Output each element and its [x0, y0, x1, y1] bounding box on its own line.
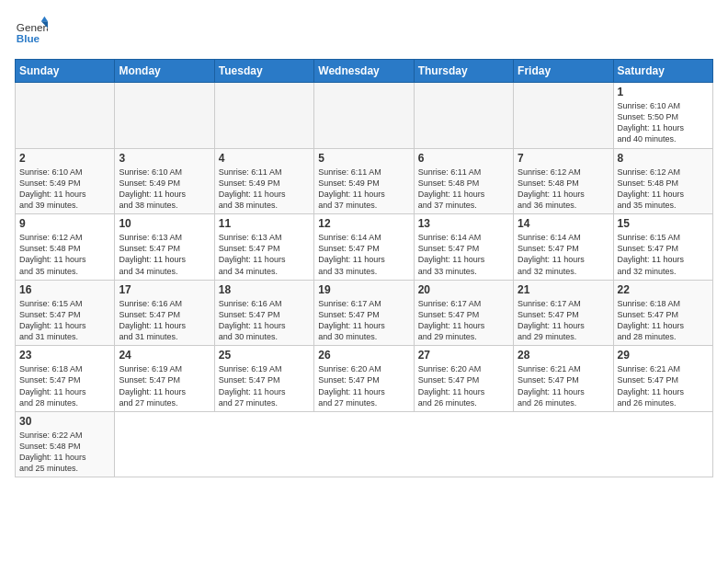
day-number: 15 — [618, 217, 709, 230]
day-number: 25 — [219, 349, 310, 362]
weekday-saturday: Saturday — [613, 60, 712, 83]
calendar-day: 2Sunrise: 6:10 AM Sunset: 5:49 PM Daylig… — [16, 148, 115, 214]
calendar-day: 11Sunrise: 6:13 AM Sunset: 5:47 PM Dayli… — [214, 214, 313, 281]
calendar-day: 10Sunrise: 6:13 AM Sunset: 5:47 PM Dayli… — [115, 214, 214, 281]
day-info: Sunrise: 6:11 AM Sunset: 5:49 PM Dayligh… — [318, 167, 409, 212]
calendar-day: 3Sunrise: 6:10 AM Sunset: 5:49 PM Daylig… — [115, 148, 214, 214]
calendar-day: 17Sunrise: 6:16 AM Sunset: 5:47 PM Dayli… — [115, 280, 214, 346]
calendar-day — [214, 83, 313, 149]
calendar-day: 20Sunrise: 6:17 AM Sunset: 5:47 PM Dayli… — [414, 280, 513, 346]
calendar-day: 21Sunrise: 6:17 AM Sunset: 5:47 PM Dayli… — [514, 280, 613, 346]
calendar-day: 26Sunrise: 6:20 AM Sunset: 5:47 PM Dayli… — [314, 346, 414, 412]
calendar-day — [314, 83, 414, 149]
calendar-day: 28Sunrise: 6:21 AM Sunset: 5:47 PM Dayli… — [514, 346, 613, 412]
calendar-day: 18Sunrise: 6:16 AM Sunset: 5:47 PM Dayli… — [214, 280, 313, 346]
calendar-day: 30Sunrise: 6:22 AM Sunset: 5:48 PM Dayli… — [16, 411, 115, 477]
day-info: Sunrise: 6:21 AM Sunset: 5:47 PM Dayligh… — [518, 363, 609, 408]
day-number: 3 — [119, 152, 210, 165]
day-info: Sunrise: 6:20 AM Sunset: 5:47 PM Dayligh… — [318, 363, 409, 408]
calendar-day: 29Sunrise: 6:21 AM Sunset: 5:47 PM Dayli… — [613, 346, 712, 412]
day-number: 11 — [219, 217, 310, 230]
day-info: Sunrise: 6:22 AM Sunset: 5:48 PM Dayligh… — [19, 430, 110, 475]
day-info: Sunrise: 6:10 AM Sunset: 5:49 PM Dayligh… — [19, 167, 110, 212]
weekday-header: SundayMondayTuesdayWednesdayThursdayFrid… — [16, 60, 713, 83]
calendar-day: 8Sunrise: 6:12 AM Sunset: 5:48 PM Daylig… — [613, 148, 712, 214]
weekday-wednesday: Wednesday — [314, 60, 414, 83]
day-info: Sunrise: 6:12 AM Sunset: 5:48 PM Dayligh… — [19, 232, 110, 277]
calendar-day: 15Sunrise: 6:15 AM Sunset: 5:47 PM Dayli… — [613, 214, 712, 281]
day-number: 12 — [318, 217, 409, 230]
day-info: Sunrise: 6:21 AM Sunset: 5:47 PM Dayligh… — [618, 363, 709, 408]
calendar-day: 27Sunrise: 6:20 AM Sunset: 5:47 PM Dayli… — [414, 346, 513, 412]
calendar-week-6: 30Sunrise: 6:22 AM Sunset: 5:48 PM Dayli… — [16, 411, 713, 477]
calendar-day: 9Sunrise: 6:12 AM Sunset: 5:48 PM Daylig… — [16, 214, 115, 281]
day-number: 5 — [318, 152, 409, 165]
weekday-friday: Friday — [514, 60, 613, 83]
calendar-week-5: 23Sunrise: 6:18 AM Sunset: 5:47 PM Dayli… — [16, 346, 713, 412]
calendar-week-1: 1Sunrise: 6:10 AM Sunset: 5:50 PM Daylig… — [16, 83, 713, 149]
weekday-sunday: Sunday — [16, 60, 115, 83]
calendar-day — [115, 83, 214, 149]
day-info: Sunrise: 6:13 AM Sunset: 5:47 PM Dayligh… — [119, 232, 210, 277]
calendar-day — [16, 83, 115, 149]
day-number: 17 — [119, 283, 210, 296]
day-info: Sunrise: 6:10 AM Sunset: 5:49 PM Dayligh… — [119, 167, 210, 212]
day-info: Sunrise: 6:19 AM Sunset: 5:47 PM Dayligh… — [219, 363, 310, 408]
day-number: 30 — [19, 415, 110, 428]
day-number: 23 — [19, 349, 110, 362]
day-info: Sunrise: 6:18 AM Sunset: 5:47 PM Dayligh… — [618, 298, 709, 343]
day-info: Sunrise: 6:10 AM Sunset: 5:50 PM Dayligh… — [618, 100, 709, 145]
day-info: Sunrise: 6:14 AM Sunset: 5:47 PM Dayligh… — [418, 232, 509, 277]
calendar-day: 22Sunrise: 6:18 AM Sunset: 5:47 PM Dayli… — [613, 280, 712, 346]
day-number: 7 — [518, 152, 609, 165]
day-info: Sunrise: 6:17 AM Sunset: 5:47 PM Dayligh… — [518, 298, 609, 343]
page-header: General Blue — [15, 15, 713, 48]
calendar-day: 6Sunrise: 6:11 AM Sunset: 5:48 PM Daylig… — [414, 148, 513, 214]
day-number: 8 — [618, 152, 709, 165]
day-number: 16 — [19, 283, 110, 296]
day-info: Sunrise: 6:17 AM Sunset: 5:47 PM Dayligh… — [418, 298, 509, 343]
calendar-week-4: 16Sunrise: 6:15 AM Sunset: 5:47 PM Dayli… — [16, 280, 713, 346]
day-number: 10 — [119, 217, 210, 230]
day-number: 13 — [418, 217, 509, 230]
calendar: SundayMondayTuesdayWednesdayThursdayFrid… — [15, 59, 713, 477]
weekday-monday: Monday — [115, 60, 214, 83]
calendar-day: 12Sunrise: 6:14 AM Sunset: 5:47 PM Dayli… — [314, 214, 414, 281]
calendar-week-2: 2Sunrise: 6:10 AM Sunset: 5:49 PM Daylig… — [16, 148, 713, 214]
logo: General Blue — [15, 15, 51, 48]
svg-text:Blue: Blue — [17, 32, 40, 44]
calendar-day: 25Sunrise: 6:19 AM Sunset: 5:47 PM Dayli… — [214, 346, 313, 412]
day-number: 22 — [618, 283, 709, 296]
day-number: 2 — [19, 152, 110, 165]
day-info: Sunrise: 6:16 AM Sunset: 5:47 PM Dayligh… — [119, 298, 210, 343]
logo-icon: General Blue — [15, 15, 48, 48]
calendar-day: 24Sunrise: 6:19 AM Sunset: 5:47 PM Dayli… — [115, 346, 214, 412]
day-number: 29 — [618, 349, 709, 362]
day-info: Sunrise: 6:14 AM Sunset: 5:47 PM Dayligh… — [318, 232, 409, 277]
day-number: 28 — [518, 349, 609, 362]
day-number: 19 — [318, 283, 409, 296]
weekday-thursday: Thursday — [414, 60, 513, 83]
calendar-week-3: 9Sunrise: 6:12 AM Sunset: 5:48 PM Daylig… — [16, 214, 713, 281]
day-info: Sunrise: 6:12 AM Sunset: 5:48 PM Dayligh… — [618, 167, 709, 212]
calendar-day: 5Sunrise: 6:11 AM Sunset: 5:49 PM Daylig… — [314, 148, 414, 214]
day-number: 26 — [318, 349, 409, 362]
calendar-day: 13Sunrise: 6:14 AM Sunset: 5:47 PM Dayli… — [414, 214, 513, 281]
day-number: 20 — [418, 283, 509, 296]
calendar-day — [414, 83, 513, 149]
svg-marker-2 — [41, 17, 48, 21]
day-number: 1 — [618, 86, 709, 98]
day-info: Sunrise: 6:19 AM Sunset: 5:47 PM Dayligh… — [119, 363, 210, 408]
day-number: 9 — [19, 217, 110, 230]
calendar-day: 19Sunrise: 6:17 AM Sunset: 5:47 PM Dayli… — [314, 280, 414, 346]
day-number: 18 — [219, 283, 310, 296]
day-info: Sunrise: 6:18 AM Sunset: 5:47 PM Dayligh… — [19, 363, 110, 408]
day-info: Sunrise: 6:11 AM Sunset: 5:48 PM Dayligh… — [418, 167, 509, 212]
day-info: Sunrise: 6:15 AM Sunset: 5:47 PM Dayligh… — [19, 298, 110, 343]
day-number: 27 — [418, 349, 509, 362]
day-number: 6 — [418, 152, 509, 165]
calendar-day: 1Sunrise: 6:10 AM Sunset: 5:50 PM Daylig… — [613, 83, 712, 149]
weekday-tuesday: Tuesday — [214, 60, 313, 83]
calendar-day: 16Sunrise: 6:15 AM Sunset: 5:47 PM Dayli… — [16, 280, 115, 346]
calendar-day: 23Sunrise: 6:18 AM Sunset: 5:47 PM Dayli… — [16, 346, 115, 412]
